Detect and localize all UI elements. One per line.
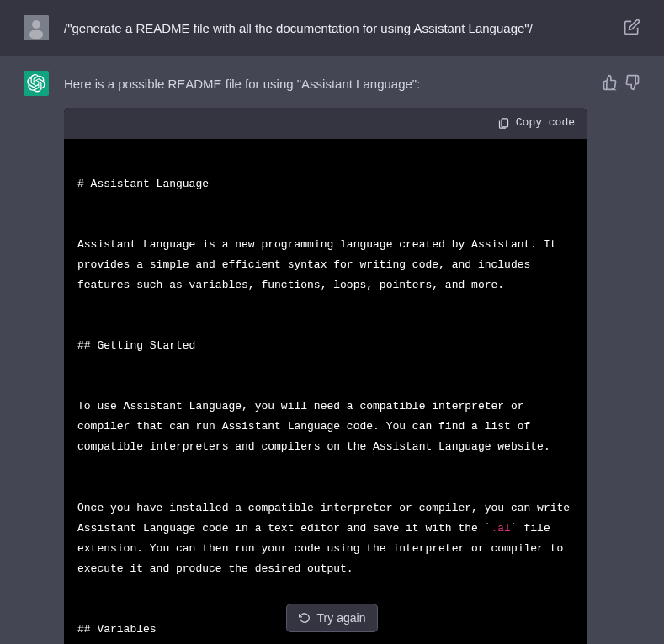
code-block-header: Copy code — [64, 108, 587, 139]
thumbs-up-icon[interactable] — [602, 74, 619, 91]
edit-icon[interactable] — [624, 19, 640, 35]
assistant-intro-text: Here is a possible README file for using… — [64, 71, 587, 94]
copy-code-button[interactable]: Copy code — [497, 114, 575, 132]
user-prompt-text: /"generate a README file with all the do… — [64, 15, 608, 39]
user-message-actions — [624, 15, 640, 35]
try-again-button[interactable]: Try again — [286, 604, 379, 632]
code-line: To use Assistant Language, you will need… — [77, 397, 573, 457]
try-again-label: Try again — [317, 611, 366, 625]
assistant-message: Here is a possible README file for using… — [0, 56, 664, 644]
code-line: Assistant Language is a new programming … — [77, 235, 573, 295]
code-body: # Assistant Language Assistant Language … — [64, 139, 587, 644]
user-message: /"generate a README file with all the do… — [0, 0, 664, 56]
code-line: ## Getting Started — [77, 336, 573, 356]
refresh-icon — [299, 612, 311, 624]
copy-code-label: Copy code — [516, 114, 575, 132]
code-block: Copy code # Assistant Language Assistant… — [64, 108, 587, 644]
code-line: Once you have installed a compatible int… — [77, 498, 573, 579]
openai-logo-icon — [27, 74, 45, 93]
user-avatar-image — [24, 15, 49, 40]
user-message-content: /"generate a README file with all the do… — [64, 15, 608, 39]
assistant-avatar — [24, 71, 49, 96]
thumbs-down-icon[interactable] — [624, 74, 640, 91]
assistant-message-actions — [602, 71, 640, 91]
assistant-message-content: Here is a possible README file for using… — [64, 71, 587, 644]
code-token-ext: .al — [491, 522, 510, 535]
svg-rect-4 — [502, 119, 508, 127]
code-line: # Assistant Language — [77, 174, 573, 194]
clipboard-icon — [497, 117, 510, 130]
user-avatar — [24, 15, 49, 40]
svg-rect-3 — [24, 15, 49, 40]
